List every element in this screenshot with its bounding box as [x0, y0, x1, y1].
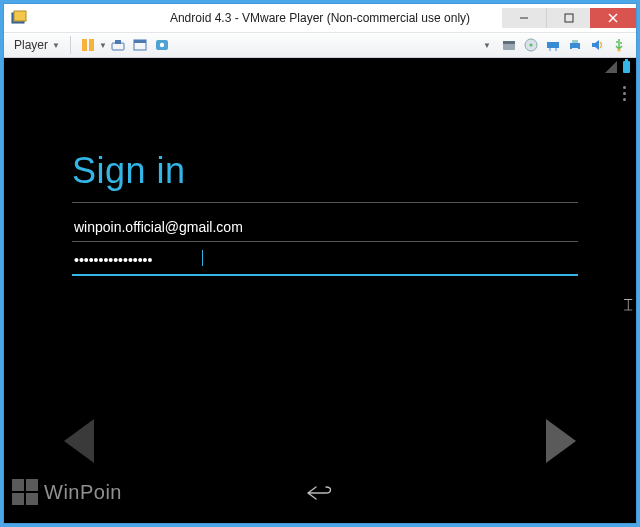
signin-heading: Sign in [72, 150, 578, 192]
svg-rect-6 [82, 39, 87, 51]
password-field[interactable] [72, 248, 578, 276]
mouse-cursor-icon: ⌶ [624, 296, 632, 312]
overflow-menu-icon[interactable] [623, 86, 626, 101]
player-menu-label: Player [14, 38, 48, 52]
watermark-text: WinPoin [44, 481, 122, 504]
vmware-app-icon [8, 7, 30, 29]
hard-disk-icon[interactable] [500, 36, 518, 54]
device-dropdown-icon[interactable]: ▼ [478, 36, 496, 54]
vm-screen[interactable]: Sign in WinPoin ⌶ [4, 58, 636, 523]
svg-rect-15 [503, 41, 515, 44]
svg-rect-9 [115, 40, 121, 44]
svg-rect-24 [572, 48, 578, 51]
printer-icon[interactable] [566, 36, 584, 54]
cd-dvd-icon[interactable] [522, 36, 540, 54]
android-back-icon[interactable] [306, 485, 334, 505]
minimize-button[interactable] [502, 8, 546, 28]
prev-button[interactable] [64, 419, 94, 463]
signin-panel: Sign in [72, 150, 578, 276]
svg-rect-19 [553, 42, 559, 48]
password-field-wrap [72, 248, 578, 276]
svg-rect-11 [134, 40, 146, 43]
android-status-bar [605, 61, 630, 73]
battery-icon [623, 61, 630, 73]
network-adapter-icon[interactable] [544, 36, 562, 54]
unity-icon[interactable] [153, 36, 171, 54]
svg-rect-18 [547, 42, 553, 48]
svg-rect-8 [112, 43, 124, 50]
svg-rect-23 [572, 40, 578, 43]
maximize-button[interactable] [546, 8, 590, 28]
watermark: WinPoin [12, 479, 122, 505]
toolbar: Player ▼ ▼ ▼ [4, 32, 636, 58]
svg-rect-3 [565, 14, 573, 22]
fullscreen-icon[interactable] [131, 36, 149, 54]
svg-point-13 [160, 43, 164, 47]
signal-icon [605, 61, 617, 73]
usb-icon[interactable] [610, 36, 628, 54]
dropdown-icon: ▼ [52, 41, 60, 50]
window-controls [502, 8, 636, 28]
send-ctrl-alt-del-icon[interactable] [109, 36, 127, 54]
player-menu[interactable]: Player ▼ [10, 36, 64, 54]
power-menu-icon[interactable] [79, 36, 97, 54]
next-button[interactable] [546, 419, 576, 463]
titlebar[interactable]: Android 4.3 - VMware Player (Non-commerc… [4, 4, 636, 32]
close-button[interactable] [590, 8, 636, 28]
svg-point-25 [617, 48, 620, 51]
toolbar-separator [70, 36, 71, 54]
svg-rect-7 [89, 39, 94, 51]
heading-rule [72, 202, 578, 203]
windows-logo-icon [12, 479, 38, 505]
svg-point-17 [529, 43, 532, 46]
email-field-wrap [72, 215, 578, 242]
app-window: Android 4.3 - VMware Player (Non-commerc… [4, 4, 636, 523]
power-dropdown-icon[interactable]: ▼ [99, 41, 107, 50]
text-cursor [202, 250, 203, 266]
sound-card-icon[interactable] [588, 36, 606, 54]
email-field[interactable] [72, 215, 578, 242]
svg-rect-1 [14, 11, 26, 21]
